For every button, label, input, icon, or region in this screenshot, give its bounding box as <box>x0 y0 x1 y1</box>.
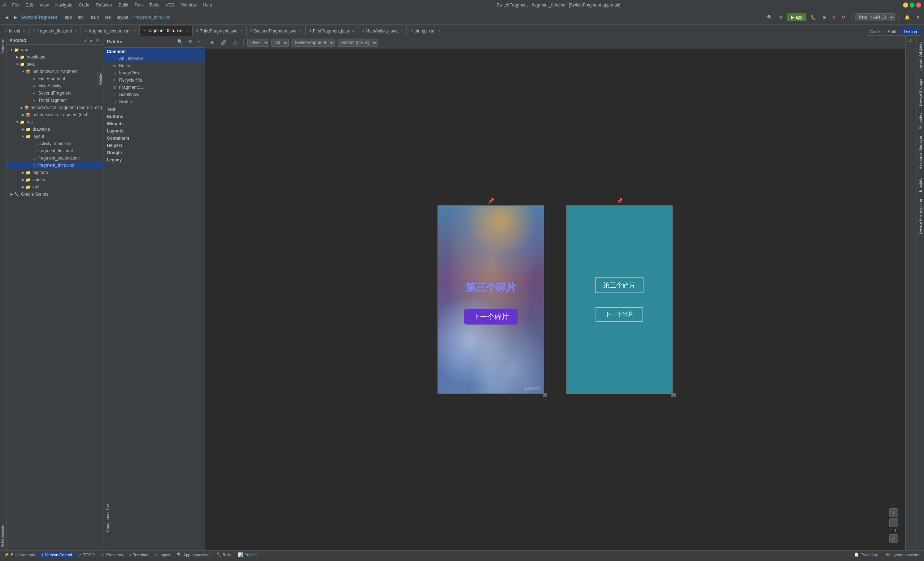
more-tools-btn[interactable]: ≡ <box>914 14 921 21</box>
design-magnet-btn[interactable]: 🔗 <box>219 39 228 46</box>
layout-validation-tab[interactable]: Layout Validation <box>918 38 923 74</box>
tree-item-fragment-first-xml[interactable]: ⊡ fragment_first.xml <box>6 147 104 154</box>
tab-close-in-xml[interactable]: × <box>23 29 25 33</box>
tree-item-main-activity[interactable]: ● MainActivity <box>6 82 104 90</box>
menu-tools[interactable]: Tools <box>146 2 162 8</box>
palette-item-fragmentcontainer[interactable]: ⊡ FragmentC... <box>104 84 205 91</box>
design-eye-btn[interactable]: 👁 <box>208 39 217 46</box>
bottom-tab-logcat[interactable]: ≡ Logcat <box>152 552 173 558</box>
tree-item-java[interactable]: ▼ 📁 java <box>6 61 104 68</box>
tab-fragment-third[interactable]: X fragment_third.xml × <box>140 26 192 36</box>
maximize-button[interactable] <box>910 3 915 8</box>
attributes-tab[interactable]: Attributes <box>918 110 923 132</box>
palette-item-button[interactable]: ▭ Button <box>104 62 205 69</box>
tab-in-xml[interactable]: X in.xml × <box>1 26 29 36</box>
tab-close-ffj[interactable]: × <box>352 29 354 33</box>
bottom-tab-build[interactable]: 🔨 Build <box>213 552 234 558</box>
bottom-tab-terminal[interactable]: ▸ Terminal <box>127 552 151 558</box>
attach-debugger-btn[interactable]: ⊕ <box>820 14 828 21</box>
tree-item-res[interactable]: ▼ 📁 res <box>6 118 104 126</box>
resize-handle-1[interactable] <box>543 393 547 397</box>
palette-category-buttons[interactable]: Buttons <box>104 112 205 120</box>
palette-category-widgets[interactable]: Widgets <box>104 120 205 127</box>
menu-navigate[interactable]: Navigate <box>52 2 75 8</box>
bottom-tab-layout-inspector[interactable]: 🖥 Layout Inspector <box>882 552 922 558</box>
sync-btn[interactable]: ↺ <box>840 14 848 21</box>
breadcrumb-main[interactable]: main <box>90 15 99 20</box>
palette-category-google[interactable]: Google <box>104 149 205 156</box>
split-view-btn[interactable]: Split <box>884 28 900 35</box>
resize-handle-2[interactable] <box>671 393 676 397</box>
project-panel-icon2[interactable]: ≡ <box>89 38 93 43</box>
search-everywhere-btn[interactable]: 🔍 <box>765 14 775 21</box>
tab-second-fragment-java[interactable]: J SecondFragment.java × <box>246 26 305 36</box>
zoom-in-button[interactable]: + <box>890 508 898 517</box>
tree-item-third-fragment[interactable]: ● ThirdFragment <box>6 97 104 104</box>
forward-button[interactable]: ▶ <box>12 14 20 21</box>
settings-btn[interactable]: ⚙ <box>777 14 785 21</box>
device-file-explorer-tab[interactable]: Device File Explorer <box>918 196 923 237</box>
design-view-btn[interactable]: Design <box>900 28 921 35</box>
palette-item-imageview[interactable]: ⊞ ImageView <box>104 69 205 76</box>
palette-category-layouts[interactable]: Layouts <box>104 127 205 134</box>
tree-item-layout[interactable]: ▼ 📁 layout <box>6 133 104 140</box>
back-button[interactable]: ◀ <box>3 14 10 21</box>
tab-close-fs[interactable]: × <box>133 29 135 33</box>
tab-strings-xml[interactable]: X strings.xml × <box>406 26 444 36</box>
tree-item-android-test[interactable]: ▶ 📦 net.drf.switch_fragment (androidTest… <box>6 104 104 111</box>
project-name[interactable]: SwitchFragment <box>21 15 57 20</box>
menu-code[interactable]: Code <box>76 2 92 8</box>
tab-fragment-first[interactable]: X fragment_first.xml × <box>29 26 81 36</box>
tree-item-app[interactable]: ▼ 📁 app <box>6 46 104 53</box>
tab-first-fragment-java[interactable]: J FirstFragment.java × <box>305 26 358 36</box>
stop-btn[interactable]: ■ <box>831 14 837 21</box>
menu-file[interactable]: File <box>9 2 22 8</box>
project-panel-settings[interactable]: ⚙ <box>95 38 101 43</box>
palette-category-containers[interactable]: Containers <box>104 134 205 141</box>
device-selector[interactable]: Pixel 4 API 33 <box>855 14 895 21</box>
palette-category-helpers[interactable]: Helpers <box>104 141 205 149</box>
bottom-tab-app-inspection[interactable]: 🔍 App Inspection <box>174 552 213 558</box>
palette-item-textview[interactable]: T Ab TextView <box>104 55 205 62</box>
tree-item-gradle[interactable]: ▶ 🔧 Gradle Scripts <box>6 190 104 198</box>
tab-close-sx[interactable]: × <box>438 29 440 33</box>
zoom-fit-button[interactable]: ⤢ <box>890 534 898 543</box>
build-variants-tab[interactable]: Build Variants <box>0 522 6 550</box>
palette-item-switch[interactable]: ⊡ Switch <box>104 98 205 105</box>
tree-item-activity-main[interactable]: ⊡ activity_main.xml <box>6 140 104 147</box>
tab-main-activity-java[interactable]: J MainActivity.java × <box>358 26 406 36</box>
zoom-out-button[interactable]: − <box>890 518 898 527</box>
menu-vcs[interactable]: VCS <box>163 2 178 8</box>
palette-category-text[interactable]: Text <box>104 105 205 112</box>
bottom-tab-profiler[interactable]: 📊 Profiler <box>235 552 260 558</box>
menu-view[interactable]: View <box>36 2 52 8</box>
breadcrumb-layout[interactable]: layout <box>117 15 129 20</box>
code-view-btn[interactable]: Code <box>866 28 884 35</box>
tab-third-fragment-java[interactable]: J ThirdFragment.java × <box>192 26 246 36</box>
tree-item-values[interactable]: ▶ 📁 values <box>6 176 104 183</box>
tab-close-sfj[interactable]: × <box>299 29 302 33</box>
palette-search-button[interactable]: 🔍 <box>176 38 184 45</box>
bottom-tab-event-log[interactable]: 📋 Event Log <box>851 552 881 558</box>
palette-item-recyclerview[interactable]: ≡ RecyclerVie... <box>104 76 205 84</box>
app-select[interactable]: SwitchFragment <box>291 39 334 46</box>
emulator-tab[interactable]: Emulator <box>918 173 923 195</box>
palette-category-common[interactable]: Common <box>104 48 205 55</box>
project-panel-icon1[interactable]: ⊞ <box>82 38 88 43</box>
tree-item-manifests[interactable]: ▶ 📁 manifests <box>6 53 104 61</box>
tab-close-ff[interactable]: × <box>75 29 77 33</box>
bottom-tab-problems[interactable]: ⚠ Problems <box>98 552 126 558</box>
debug-btn[interactable]: 🐛 <box>808 14 818 21</box>
palette-item-scrollview[interactable]: ↕ ScrollView <box>104 91 205 98</box>
tree-item-xml[interactable]: ▶ 📁 xml <box>6 183 104 190</box>
menu-edit[interactable]: Edit <box>23 2 36 8</box>
menu-window[interactable]: Window <box>178 2 200 8</box>
menu-help[interactable]: Help <box>200 2 215 8</box>
fragment-next-button[interactable]: 下一个碎片 <box>596 307 643 322</box>
next-fragment-button[interactable]: 下一个碎片 <box>464 309 518 324</box>
bottom-tab-build-variants[interactable]: ⚡ Build Variants <box>2 552 38 558</box>
close-button[interactable] <box>916 3 921 8</box>
tree-item-fragment-third-xml[interactable]: ⊡ fragment_third.xml <box>6 162 104 169</box>
breadcrumb-src[interactable]: src <box>78 15 84 20</box>
palette-collapse-button[interactable]: − <box>196 38 202 45</box>
